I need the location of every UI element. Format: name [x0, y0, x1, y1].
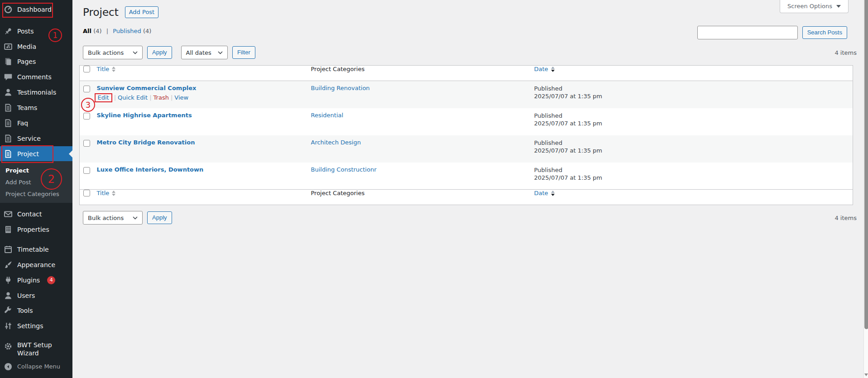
sidebar-item-testimonials[interactable]: Testimonials — [0, 85, 72, 100]
filter-published[interactable]: Published — [113, 28, 141, 34]
sidebar-item-faq[interactable]: Faq — [0, 115, 72, 131]
category-link[interactable]: Building Constructionr — [311, 166, 377, 173]
dashboard-icon — [4, 5, 13, 14]
gear-icon — [4, 342, 13, 351]
sidebar-item-label: Tools — [17, 307, 33, 314]
filter-button[interactable]: Filter — [232, 46, 255, 59]
row-checkbox[interactable] — [83, 113, 90, 120]
vertical-scrollbar[interactable] — [863, 0, 868, 378]
all-dates-label: All dates — [186, 49, 211, 56]
media-icon — [4, 42, 13, 51]
items-count: 4 items — [834, 49, 857, 56]
submenu-item-add-post[interactable]: Add Post — [0, 177, 72, 188]
search-posts-button[interactable]: Search Posts — [802, 26, 847, 39]
post-title-link[interactable]: Skyline Highrise Apartments — [97, 112, 192, 119]
post-status: Published — [534, 112, 849, 120]
row-checkbox[interactable] — [83, 167, 90, 174]
sidebar-item-settings[interactable]: Settings — [0, 318, 72, 334]
sidebar-item-tools[interactable]: Tools — [0, 303, 72, 319]
search-input[interactable] — [697, 26, 798, 39]
sidebar-item-appearance[interactable]: Appearance — [0, 257, 72, 273]
sidebar-item-comments[interactable]: Comments — [0, 69, 72, 85]
sidebar-item-pages[interactable]: Pages — [0, 54, 72, 70]
comment-icon — [4, 72, 13, 81]
document-icon — [4, 119, 13, 128]
sidebar-item-label: Testimonials — [17, 89, 56, 96]
sidebar-item-media[interactable]: Media — [0, 39, 72, 54]
building-icon — [4, 225, 13, 234]
submenu-item-project[interactable]: Project — [0, 165, 72, 177]
sidebar-item-dashboard[interactable]: Dashboard — [0, 2, 72, 17]
posts-table: Title Project Categories Date Sunview Co… — [79, 65, 853, 205]
submenu-item-project-categories[interactable]: Project Categories — [0, 188, 72, 200]
sidebar-item-service[interactable]: Service — [0, 131, 72, 146]
person-icon — [4, 88, 13, 97]
sidebar-item-label: Posts — [17, 28, 34, 35]
scrollbar-thumb[interactable] — [864, 0, 868, 329]
filter-all-count: (4) — [93, 28, 101, 34]
sidebar-item-contact[interactable]: Contact — [0, 206, 72, 222]
project-submenu: Project Add Post Project Categories — [0, 161, 72, 203]
envelope-icon — [4, 210, 13, 219]
sidebar-item-label: BWT Setup Wizard — [17, 341, 55, 357]
post-status: Published — [534, 85, 849, 92]
quick-edit-link[interactable]: Quick Edit — [118, 94, 148, 101]
post-title-link[interactable]: Metro City Bridge Renovation — [97, 139, 195, 146]
sort-by-date[interactable]: Date — [534, 190, 555, 196]
sidebar-item-label: Appearance — [17, 261, 55, 268]
add-post-button[interactable]: Add Post — [125, 6, 159, 18]
select-all-checkbox[interactable] — [83, 66, 90, 72]
chevron-down-icon — [133, 51, 138, 54]
sort-by-title[interactable]: Title — [97, 190, 116, 196]
apply-button[interactable]: Apply — [147, 211, 172, 224]
screen-options-button[interactable]: Screen Options — [780, 0, 849, 13]
column-project-categories: Project Categories — [307, 66, 530, 81]
sidebar-item-users[interactable]: Users — [0, 288, 72, 303]
sidebar-item-teams[interactable]: Teams — [0, 100, 72, 115]
main-content: Screen Options Search Posts Project Add … — [72, 0, 868, 378]
sort-by-date[interactable]: Date — [534, 66, 555, 72]
post-date: 2025/07/07 at 1:35 pm — [534, 92, 849, 100]
post-title-link[interactable]: Luxe Office Interiors, Downtown — [97, 166, 204, 173]
sliders-icon — [4, 321, 13, 330]
sidebar-item-properties[interactable]: Properties — [0, 222, 72, 237]
trash-link[interactable]: Trash — [153, 94, 169, 101]
search-box: Search Posts — [697, 26, 847, 39]
sidebar-item-timetable[interactable]: Timetable — [0, 242, 72, 257]
person-icon — [4, 291, 13, 300]
sidebar-item-plugins[interactable]: Plugins 4 — [0, 273, 72, 288]
category-link[interactable]: Architech Design — [311, 139, 361, 146]
sort-arrows-icon — [551, 67, 555, 72]
all-dates-select[interactable]: All dates — [181, 46, 228, 59]
row-checkbox[interactable] — [83, 86, 90, 92]
sidebar-item-label: Contact — [17, 211, 42, 218]
collapse-menu-button[interactable]: Collapse Menu — [0, 359, 72, 374]
view-link[interactable]: View — [174, 94, 188, 101]
tablenav-top: Bulk actions Apply All dates Filter 4 it… — [83, 46, 853, 59]
document-icon — [4, 149, 13, 158]
category-link[interactable]: Residential — [311, 112, 344, 119]
bulk-actions-select[interactable]: Bulk actions — [83, 46, 143, 59]
admin-sidebar: Dashboard Posts Media Pages Comments Tes… — [0, 0, 72, 378]
category-link[interactable]: Building Renovation — [311, 85, 370, 91]
select-all-checkbox[interactable] — [83, 190, 90, 196]
row-checkbox[interactable] — [83, 140, 90, 147]
sort-by-title[interactable]: Title — [97, 66, 116, 72]
edit-link[interactable]: Edit — [98, 94, 109, 101]
bulk-actions-label: Bulk actions — [88, 215, 124, 221]
sidebar-item-bwt-setup-wizard[interactable]: BWT Setup Wizard — [0, 339, 72, 359]
sidebar-item-label: Media — [17, 43, 36, 50]
sidebar-item-label: Plugins — [17, 277, 40, 284]
filter-all[interactable]: All — [83, 28, 91, 34]
bulk-actions-select[interactable]: Bulk actions — [83, 211, 143, 225]
document-icon — [4, 134, 13, 143]
post-date: 2025/07/07 at 1:35 pm — [534, 120, 849, 127]
apply-button[interactable]: Apply — [147, 46, 172, 59]
pushpin-icon — [4, 27, 13, 36]
post-title-link[interactable]: Sunview Commercial Complex — [97, 85, 197, 91]
post-status: Published — [534, 166, 849, 174]
scrollbar-down-arrow-icon[interactable] — [864, 373, 868, 376]
sidebar-item-posts[interactable]: Posts — [0, 24, 72, 39]
post-status: Published — [534, 139, 849, 147]
sidebar-item-project[interactable]: Project — [0, 146, 72, 162]
